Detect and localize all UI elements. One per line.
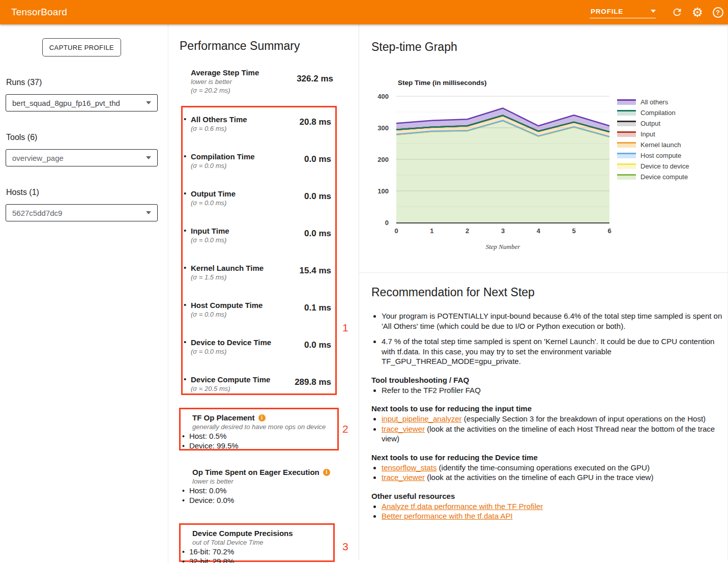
gear-icon: ⚙ [692, 6, 703, 19]
tool-link[interactable]: Better performance with the tf.data API [382, 512, 513, 520]
metric-label: Input Time [191, 226, 229, 236]
metric-sigma: (σ = 20.2 ms) [191, 86, 259, 95]
metric-row: •Input Time(σ = 0.0 ms)0.0 ms [184, 226, 331, 244]
svg-text:1: 1 [430, 227, 433, 235]
recommendation-bullet: Your program is POTENTIALLY input-bound … [382, 311, 723, 331]
svg-text:4: 4 [537, 227, 541, 235]
tools-select[interactable]: overview_page [6, 149, 158, 166]
legend-label: Compilation [640, 109, 676, 117]
recommendation-item: trace_viewer (look at the activities on … [382, 472, 723, 483]
step-time-graph-card: Step-time Graph Step Time (in millisecon… [359, 24, 727, 273]
average-step-time-row: Average Step Time lower is better (σ = 2… [191, 68, 333, 95]
annotation-number-2: 2 [342, 423, 348, 435]
legend-label: Host compute [640, 152, 681, 159]
dashboard-select[interactable]: PROFILE [590, 7, 656, 18]
metric-sigma: (σ = 1.5 ms) [191, 273, 264, 282]
metric-sigma: (σ = 20.5 ms) [191, 384, 270, 393]
recommendation-body: Your program is POTENTIALLY input-bound … [371, 304, 723, 521]
svg-text:6: 6 [607, 227, 611, 235]
legend-item: Output [617, 118, 689, 129]
svg-text:0: 0 [394, 227, 398, 235]
capture-profile-button[interactable]: CAPTURE PROFILE [42, 38, 121, 57]
tool-link[interactable]: input_pipeline_analyzer [382, 414, 462, 423]
svg-text:Step Time (in milliseconds): Step Time (in milliseconds) [398, 79, 487, 87]
eager-execution-section: Op Time Spent on Eager Execution i lower… [181, 467, 338, 505]
metric-label: All Others Time [191, 115, 247, 124]
metric-value: 20.8 ms [300, 117, 331, 133]
refresh-button[interactable] [667, 2, 687, 22]
metric-row: •All Others Time(σ = 0.6 ms)20.8 ms [184, 115, 331, 133]
recommendation-sections: Tool troubleshooting / FAQRefer to the T… [371, 375, 723, 521]
app-header: TensorBoard PROFILE ⚙ ? [0, 0, 728, 24]
svg-text:300: 300 [377, 124, 389, 132]
chevron-down-icon [146, 211, 151, 214]
metric-row: •Compilation Time(σ = 0.0 ms)0.0 ms [184, 152, 331, 170]
legend-item: Compilation [617, 107, 689, 118]
metric-value: 0.0 ms [304, 340, 331, 356]
list-item: Host: 0.5% [182, 432, 337, 441]
chevron-down-icon [146, 101, 151, 104]
metric-sigma: (σ = 0.0 ms) [191, 347, 271, 356]
tools-select-value: overview_page [12, 154, 146, 162]
tool-link[interactable]: trace_viewer [382, 425, 425, 433]
list-item: Device: 99.5% [182, 441, 337, 451]
tool-link[interactable]: trace_viewer [382, 473, 425, 482]
recommendation-item: tensorflow_stats (identify the time-cons… [382, 463, 723, 473]
recommendation-card: Recommendation for Next Step Your progra… [359, 273, 727, 563]
info-icon[interactable]: i [258, 414, 266, 421]
precisions-list: 16-bit: 70.2%32-bit: 29.8% [181, 547, 333, 563]
metric-row: •Device Compute Time(σ = 20.5 ms)289.8 m… [184, 375, 331, 393]
recommendation-section-heading: Tool troubleshooting / FAQ [371, 375, 723, 385]
refresh-icon [672, 7, 683, 18]
svg-text:0: 0 [385, 219, 389, 227]
metric-row: •Device to Device Time(σ = 0.0 ms)0.0 ms [184, 337, 331, 356]
legend-item: Device compute [617, 172, 689, 182]
legend-swatch [617, 110, 636, 116]
metric-value: 289.8 ms [295, 377, 331, 393]
list-item: 32-bit: 29.8% [182, 557, 333, 563]
metric-label: Compilation Time [191, 152, 255, 161]
info-icon[interactable]: i [323, 469, 330, 476]
legend-swatch [617, 174, 636, 180]
annotation-number-3: 3 [342, 541, 348, 553]
metric-label: Device Compute Time [191, 375, 270, 384]
legend-item: Kernel launch [617, 139, 689, 150]
recommendation-section-heading: Other useful resources [371, 491, 723, 501]
annotation-box-1: •All Others Time(σ = 0.6 ms)20.8 ms•Comp… [181, 106, 337, 395]
performance-summary-title: Performance Summary [180, 39, 300, 53]
list-item: 16-bit: 70.2% [182, 547, 333, 557]
help-button[interactable]: ? [708, 2, 728, 22]
tool-link[interactable]: Analyze tf.data performance with the TF … [382, 502, 543, 511]
tool-link[interactable]: tensorflow_stats [382, 463, 436, 472]
metric-value: 15.4 ms [300, 266, 331, 282]
recommendation-bullets: Your program is POTENTIALLY input-bound … [371, 311, 723, 367]
svg-text:2: 2 [465, 227, 469, 235]
annotation-box-2: TF Op Placement i generally desired to h… [179, 408, 339, 451]
hosts-select[interactable]: 5627c5dd7dc9 [6, 204, 158, 221]
recommendation-section-heading: Next tools to use for reducing the input… [371, 404, 723, 413]
metric-sigma: (σ = 0.0 ms) [191, 199, 236, 207]
metric-label: Host Compute Time [191, 300, 263, 310]
dashboard-select-value: PROFILE [591, 8, 623, 15]
metric-label: Average Step Time [191, 68, 259, 77]
runs-select[interactable]: bert_squad_8gpu_fp16_pvt_thd [6, 94, 158, 111]
legend-item: Input [617, 129, 689, 139]
list-item: Device: 0.0% [182, 496, 338, 505]
metric-sigma: (σ = 0.0 ms) [191, 310, 263, 319]
app-title: TensorBoard [11, 7, 67, 18]
legend-item: Device to device [617, 161, 689, 172]
precisions-title: Device Compute Precisions [192, 528, 293, 538]
legend-swatch [617, 163, 636, 169]
settings-button[interactable]: ⚙ [687, 2, 708, 22]
chart-legend: All othersCompilationOutputInputKernel l… [617, 97, 689, 182]
metric-sigma: (σ = 0.0 ms) [191, 161, 255, 170]
metric-row: •Host Compute Time(σ = 0.0 ms)0.1 ms [184, 300, 331, 319]
recommendation-item: input_pipeline_analyzer (especially Sect… [382, 414, 723, 424]
metric-label: Output Time [191, 189, 236, 199]
runs-label: Runs (37) [6, 78, 42, 87]
recommendation-item: Better performance with the tf.data API [382, 511, 723, 521]
hosts-select-value: 5627c5dd7dc9 [12, 209, 146, 217]
list-item: Host: 0.0% [182, 486, 338, 496]
recommendation-item: trace_viewer (look at the activities on … [382, 424, 723, 444]
legend-label: Input [640, 130, 655, 138]
